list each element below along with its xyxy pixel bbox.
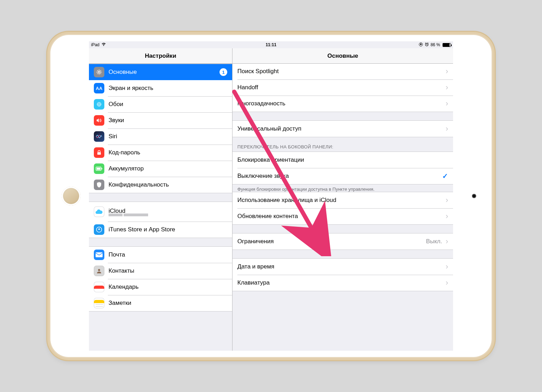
section-header-side-switch: ПЕРЕКЛЮЧАТЕЛЬ НА БОКОВОЙ ПАНЕЛИ: (232, 137, 453, 152)
row-restrictions[interactable]: Ограничения Выкл. › (232, 233, 453, 250)
row-date-time[interactable]: Дата и время › (232, 259, 453, 275)
contacts-icon (94, 266, 104, 276)
chevron-right-icon: › (446, 238, 448, 245)
sidebar-item-label: Экран и яркость (109, 85, 227, 92)
wallpaper-icon (94, 99, 104, 110)
home-button[interactable] (62, 187, 81, 205)
battery-percent: 86 % (431, 42, 440, 47)
chevron-right-icon: › (446, 100, 448, 107)
row-label: Handoff (237, 84, 444, 91)
sidebar-item-label: iTunes Store и App Store (109, 226, 227, 233)
notes-icon (94, 298, 104, 308)
icloud-icon (94, 206, 104, 217)
row-label: Поиск Spotlight (237, 68, 444, 75)
sidebar-item-contacts[interactable]: Контакты (89, 263, 232, 279)
sidebar-item-display[interactable]: AA Экран и яркость (89, 80, 232, 96)
sidebar-item-privacy[interactable]: Конфиденциальность (89, 177, 232, 193)
row-multitasking[interactable]: Многозадачность › (232, 96, 453, 112)
chevron-right-icon: › (446, 279, 448, 287)
alarm-icon (425, 42, 429, 48)
calendar-icon (94, 282, 104, 292)
mail-icon (94, 250, 104, 260)
display-icon: AA (94, 83, 104, 93)
row-background-refresh[interactable]: Обновление контента › (232, 208, 453, 224)
chevron-right-icon: › (446, 125, 448, 133)
row-label: Дата и время (237, 263, 444, 270)
sidebar-item-label: Аккумулятор (109, 165, 227, 172)
checkmark-icon: ✓ (442, 172, 448, 180)
chevron-right-icon: › (446, 196, 448, 204)
ipad-device-frame: iPad 11:11 86 % Настройки (50, 35, 492, 357)
svg-point-3 (97, 103, 101, 106)
sidebar-item-passcode[interactable]: Код-пароль (89, 145, 232, 161)
detail-pane: Основные Поиск Spotlight › Handoff › Мно… (232, 48, 453, 351)
row-handoff[interactable]: Handoff › (232, 79, 453, 96)
row-label: Универсальный доступ (237, 125, 444, 132)
battery-icon (94, 163, 104, 174)
siri-icon (94, 131, 104, 142)
svg-point-7 (97, 104, 98, 105)
row-keyboard[interactable]: Клавиатура › (232, 275, 453, 291)
general-icon (94, 67, 104, 77)
sidebar-item-general[interactable]: Основные 1 (89, 64, 232, 80)
settings-sidebar: Настройки Основные 1 AA Экран и яркос (89, 48, 232, 351)
sidebar-item-label: Siri (109, 133, 227, 140)
sidebar-item-label: Код-пароль (109, 149, 227, 156)
privacy-icon (94, 180, 104, 190)
sidebar-item-mail[interactable]: Почта (89, 247, 232, 263)
row-label: Обновление контента (237, 213, 444, 220)
appstore-icon (94, 224, 104, 235)
row-spotlight[interactable]: Поиск Spotlight › (232, 64, 453, 79)
chevron-right-icon: › (446, 212, 448, 220)
row-storage-icloud[interactable]: Использование хранилища и iCloud › (232, 192, 453, 208)
passcode-icon (94, 147, 104, 158)
status-time: 11:11 (266, 42, 277, 47)
svg-point-4 (98, 104, 100, 105)
svg-point-2 (98, 71, 100, 73)
row-label: Выключение звука (237, 173, 442, 180)
sidebar-item-label: Почта (109, 251, 227, 258)
row-label: Использование хранилища и iCloud (237, 197, 444, 204)
row-mute[interactable]: Выключение звука ✓ (232, 168, 453, 184)
svg-rect-14 (96, 252, 103, 257)
sidebar-item-wallpaper[interactable]: Обои (89, 96, 232, 112)
icloud-account-subtext (109, 214, 148, 216)
section-footer-side-switch: Функция блокировки ориентации доступна в… (232, 184, 453, 192)
sidebar-item-siri[interactable]: Siri (89, 128, 232, 145)
orientation-lock-icon (419, 42, 423, 48)
wifi-icon (101, 42, 106, 47)
sidebar-item-label: Заметки (109, 300, 227, 307)
svg-rect-11 (97, 168, 100, 170)
sidebar-item-label: Основные (109, 69, 220, 76)
sounds-icon (94, 115, 104, 126)
svg-point-15 (98, 269, 100, 271)
svg-rect-9 (97, 152, 101, 155)
sidebar-item-icloud[interactable]: iCloud (89, 202, 232, 222)
sidebar-item-label: Календарь (109, 284, 227, 290)
sidebar-item-label: Конфиденциальность (109, 181, 227, 188)
sidebar-item-appstore[interactable]: iTunes Store и App Store (89, 222, 232, 238)
detail-title: Основные (232, 48, 453, 64)
svg-point-5 (99, 102, 99, 103)
front-camera (472, 194, 476, 198)
sidebar-item-notes[interactable]: Заметки (89, 295, 232, 311)
row-value: Выкл. (426, 238, 442, 245)
svg-rect-12 (102, 168, 102, 169)
sidebar-title: Настройки (89, 48, 232, 64)
row-label: Многозадачность (237, 100, 444, 107)
row-label: Блокировка ориентации (237, 156, 448, 163)
svg-point-8 (100, 104, 101, 105)
chevron-right-icon: › (446, 84, 448, 91)
sidebar-item-sounds[interactable]: Звуки (89, 112, 232, 128)
battery-icon (443, 43, 451, 47)
screen: iPad 11:11 86 % Настройки (89, 41, 453, 351)
row-accessibility[interactable]: Универсальный доступ › (232, 121, 453, 137)
svg-point-6 (99, 106, 99, 106)
sidebar-item-calendar[interactable]: Календарь (89, 279, 232, 295)
sidebar-item-battery[interactable]: Аккумулятор (89, 161, 232, 177)
status-bar: iPad 11:11 86 % (89, 41, 453, 48)
row-label: Ограничения (237, 238, 426, 245)
row-orientation-lock[interactable]: Блокировка ориентации (232, 152, 453, 168)
sidebar-item-label: Обои (109, 101, 227, 108)
row-label: Клавиатура (237, 279, 444, 286)
